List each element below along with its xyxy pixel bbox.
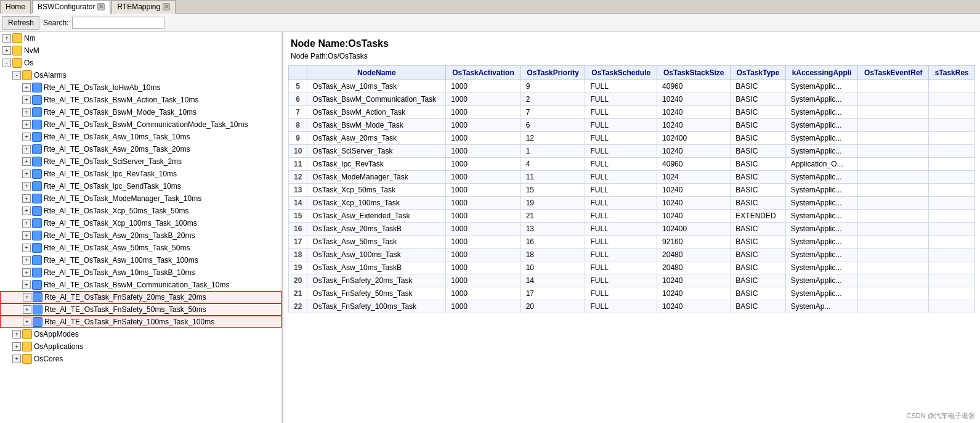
refresh-button[interactable]: Refresh: [2, 16, 39, 30]
table-row-5[interactable]: 10OsTask_SciServer_Task10001FULL10240BAS…: [289, 145, 975, 158]
tree-item-1[interactable]: +NvM: [0, 44, 281, 57]
cell-12-4: FULL: [585, 236, 657, 248]
expand-btn-17[interactable]: +: [22, 244, 31, 252]
table-row-16[interactable]: 21OsTask_FnSafety_50ms_Task100017FULL102…: [289, 287, 975, 300]
expand-btn-20[interactable]: +: [22, 281, 31, 289]
expand-btn-13[interactable]: +: [22, 194, 31, 203]
expand-btn-19[interactable]: +: [22, 268, 31, 277]
tree-item-6[interactable]: +Rte_Al_TE_OsTask_BswM_Mode_Task_10ms: [0, 106, 281, 118]
tab-home[interactable]: Home: [0, 0, 31, 14]
tree-item-3[interactable]: -OsAlarms: [0, 69, 281, 81]
cell-3-2: 1000: [446, 119, 520, 132]
table-row-8[interactable]: 13OsTask_Xcp_50ms_Task100015FULL10240BAS…: [289, 184, 975, 197]
expand-btn-0[interactable]: +: [2, 34, 11, 43]
table-row-1[interactable]: 6OsTask_BswM_Communication_Task10002FULL…: [289, 93, 975, 106]
tree-item-23[interactable]: +Rte_Al_TE_OsTask_FnSafety_100ms_Task_10…: [0, 316, 281, 328]
cell-10-2: 1000: [446, 210, 520, 223]
tree-item-10[interactable]: +Rte_Al_TE_OsTask_SciServer_Task_2ms: [0, 155, 281, 168]
cell-17-2: 1000: [446, 300, 520, 313]
tree-item-11[interactable]: +Rte_Al_TE_OsTask_Ipc_RevTask_10ms: [0, 168, 281, 180]
expand-btn-2[interactable]: -: [2, 59, 11, 67]
tree-item-25[interactable]: +OsApplications: [0, 340, 281, 353]
table-container[interactable]: NodeNameOsTaskActivationOsTaskPriorityOs…: [283, 65, 980, 423]
cell-5-6: BASIC: [731, 145, 785, 158]
table-row-6[interactable]: 11OsTask_Ipc_RevTask10004FULL40960BASICA…: [289, 158, 975, 171]
expand-btn-23[interactable]: +: [23, 318, 31, 326]
cell-15-8: [858, 274, 929, 287]
right-panel: Node Name:OsTasks Node Path:Os/OsTasks N…: [283, 32, 980, 423]
tree-item-7[interactable]: +Rte_Al_TE_OsTask_BswM_CommunicationMode…: [0, 118, 281, 131]
tree-item-20[interactable]: +Rte_Al_TE_OsTask_BswM_Communication_Tas…: [0, 279, 281, 291]
expand-btn-3[interactable]: -: [12, 71, 21, 80]
expand-btn-26[interactable]: +: [12, 355, 21, 363]
expand-btn-14[interactable]: +: [22, 207, 31, 215]
table-row-10[interactable]: 15OsTask_Asw_Extended_Task100021FULL1024…: [289, 210, 975, 223]
table-row-15[interactable]: 20OsTask_FnSafety_20ms_Task100014FULL102…: [289, 274, 975, 287]
tab-rtemapping[interactable]: RTEMapping ✕: [111, 0, 176, 14]
table-row-13[interactable]: 18OsTask_Asw_100ms_Task100018FULL20480BA…: [289, 248, 975, 261]
tree-item-0[interactable]: +Nm: [0, 32, 281, 44]
table-row-2[interactable]: 7OsTask_BswM_Action_Task10007FULL10240BA…: [289, 106, 975, 119]
table-row-14[interactable]: 19OsTask_Asw_10ms_TaskB100010FULL20480BA…: [289, 261, 975, 274]
expand-btn-25[interactable]: +: [12, 342, 21, 351]
expand-btn-8[interactable]: +: [22, 133, 31, 141]
table-row-12[interactable]: 17OsTask_Asw_50ms_Task100016FULL92160BAS…: [289, 236, 975, 248]
cell-14-1: OsTask_Asw_10ms_TaskB: [307, 261, 446, 274]
expand-btn-15[interactable]: +: [22, 219, 31, 228]
tree-label-20: Rte_Al_TE_OsTask_BswM_Communication_Task…: [44, 281, 229, 289]
cell-11-5: 102400: [657, 223, 731, 236]
expand-btn-1[interactable]: +: [2, 46, 11, 55]
tab-bswconfigurator[interactable]: BSWConfigurator ✕: [32, 0, 110, 14]
table-row-11[interactable]: 16OsTask_Asw_20ms_TaskB100013FULL102400B…: [289, 223, 975, 236]
tree-item-26[interactable]: +OsCores: [0, 353, 281, 365]
cell-15-4: FULL: [585, 274, 657, 287]
cell-14-4: FULL: [585, 261, 657, 274]
expand-btn-22[interactable]: +: [23, 305, 31, 314]
tree-item-5[interactable]: +Rte_Al_TE_OsTask_BswM_Action_Task_10ms: [0, 94, 281, 106]
search-input[interactable]: [72, 17, 164, 29]
cell-2-2: 1000: [446, 106, 520, 119]
table-row-3[interactable]: 8OsTask_BswM_Mode_Task10006FULL10240BASI…: [289, 119, 975, 132]
tree-item-12[interactable]: +Rte_Al_TE_OsTask_Ipc_SendTask_10ms: [0, 180, 281, 192]
expand-btn-10[interactable]: +: [22, 157, 31, 166]
table-row-0[interactable]: 5OsTask_Asw_10ms_Task10009FULL40960BASIC…: [289, 80, 975, 93]
expand-btn-24[interactable]: +: [12, 330, 21, 339]
expand-btn-7[interactable]: +: [22, 120, 31, 129]
expand-btn-12[interactable]: +: [22, 182, 31, 191]
tree-item-19[interactable]: +Rte_Al_TE_OsTask_Asw_10ms_TaskB_10ms: [0, 266, 281, 279]
node-path-label: Node Path:Os/OsTasks: [283, 52, 980, 65]
expand-btn-21[interactable]: +: [23, 293, 31, 302]
table-row-7[interactable]: 12OsTask_ModeManager_Task100011FULL1024B…: [289, 171, 975, 184]
table-row-17[interactable]: 22OsTask_FnSafety_100ms_Task100020FULL10…: [289, 300, 975, 313]
tree-item-2[interactable]: -Os: [0, 57, 281, 69]
table-row-9[interactable]: 14OsTask_Xcp_100ms_Task100019FULL10240BA…: [289, 197, 975, 210]
tab-bswconfigurator-close[interactable]: ✕: [97, 3, 105, 10]
tree-item-16[interactable]: +Rte_Al_TE_OsTask_Asw_20ms_TaskB_20ms: [0, 229, 281, 242]
tree-item-13[interactable]: +Rte_Al_TE_OsTask_ModeManager_Task_10ms: [0, 192, 281, 205]
tree-item-9[interactable]: +Rte_Al_TE_OsTask_Asw_20ms_Task_20ms: [0, 143, 281, 155]
expand-btn-5[interactable]: +: [22, 96, 31, 104]
expand-btn-16[interactable]: +: [22, 231, 31, 240]
expand-btn-11[interactable]: +: [22, 170, 31, 178]
cube-icon-5: [32, 95, 42, 105]
tree-item-24[interactable]: +OsAppModes: [0, 328, 281, 340]
table-row-4[interactable]: 9OsTask_Asw_20ms_Task100012FULL102400BAS…: [289, 132, 975, 145]
expand-btn-18[interactable]: +: [22, 256, 31, 265]
node-name-title: Node Name:OsTasks: [283, 32, 980, 52]
expand-btn-4[interactable]: +: [22, 83, 31, 92]
tree-item-17[interactable]: +Rte_Al_TE_OsTask_Asw_50ms_Task_50ms: [0, 242, 281, 254]
expand-btn-9[interactable]: +: [22, 145, 31, 154]
tree-label-18: Rte_Al_TE_OsTask_Asw_100ms_Task_100ms: [44, 256, 198, 265]
tree-item-22[interactable]: +Rte_Al_TE_OsTask_FnSafety_50ms_Task_50m…: [0, 303, 281, 316]
tree-item-4[interactable]: +Rte_Al_TE_OsTask_IoHwAb_10ms: [0, 81, 281, 94]
tab-rtemapping-close[interactable]: ✕: [163, 3, 170, 10]
tree-item-15[interactable]: +Rte_Al_TE_OsTask_Xcp_100ms_Task_100ms: [0, 217, 281, 229]
cell-1-6: BASIC: [731, 93, 785, 106]
expand-btn-6[interactable]: +: [22, 108, 31, 117]
tree-item-14[interactable]: +Rte_Al_TE_OsTask_Xcp_50ms_Task_50ms: [0, 205, 281, 217]
tree-item-18[interactable]: +Rte_Al_TE_OsTask_Asw_100ms_Task_100ms: [0, 254, 281, 266]
tree-item-21[interactable]: +Rte_Al_TE_OsTask_FnSafety_20ms_Task_20m…: [0, 291, 281, 303]
cell-14-6: BASIC: [731, 261, 785, 274]
cell-8-4: FULL: [585, 184, 657, 197]
tree-item-8[interactable]: +Rte_Al_TE_OsTask_Asw_10ms_Task_10ms: [0, 131, 281, 143]
